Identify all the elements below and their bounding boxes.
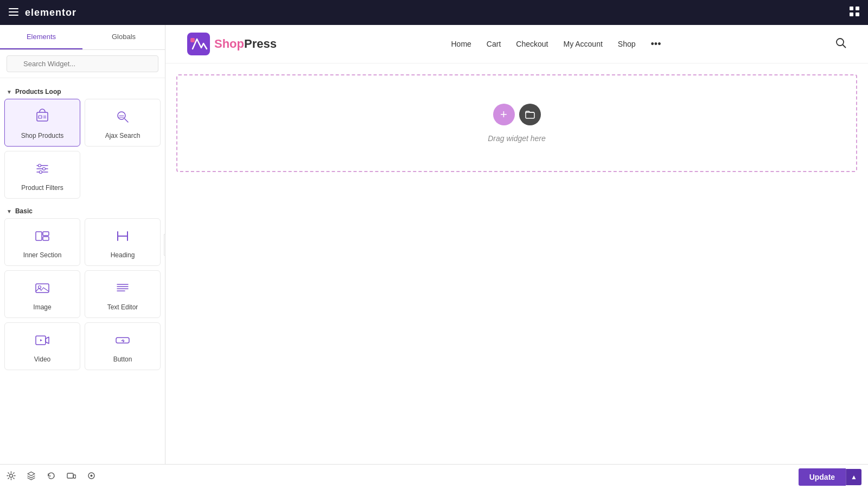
heading-label: Heading	[111, 251, 135, 259]
widget-text-editor[interactable]: Text Editor	[85, 270, 161, 318]
logo-press: Press	[244, 37, 277, 50]
search-input[interactable]	[7, 55, 158, 72]
sidebar: Elements Globals ▼ Products Loop	[0, 25, 165, 464]
widget-heading[interactable]: Heading	[85, 218, 161, 266]
video-icon	[34, 332, 51, 351]
nav-my-account[interactable]: My Account	[563, 40, 602, 48]
section-products-loop[interactable]: ▼ Products Loop	[4, 84, 161, 99]
svg-rect-2	[9, 15, 18, 16]
widget-image[interactable]: Image	[4, 270, 80, 318]
shop-products-label: Shop Products	[21, 132, 64, 139]
svg-rect-35	[190, 38, 195, 42]
svg-point-20	[39, 164, 41, 167]
inner-section-icon	[34, 227, 51, 247]
svg-line-37	[843, 45, 846, 47]
svg-rect-40	[67, 473, 73, 478]
app-title: elementor	[25, 7, 76, 18]
shop-products-icon	[34, 108, 51, 128]
tab-globals[interactable]: Globals	[82, 25, 165, 49]
widget-video[interactable]: Video	[4, 322, 80, 370]
search-box	[0, 50, 165, 78]
nav-shop[interactable]: Shop	[618, 40, 636, 48]
svg-point-22	[40, 171, 42, 174]
drop-zone[interactable]: + Drag widget here	[176, 74, 857, 172]
preview-icon[interactable]	[87, 471, 96, 482]
grid-icon[interactable]	[850, 7, 859, 18]
svg-rect-38	[526, 112, 534, 118]
widget-inner-section[interactable]: Inner Section	[4, 218, 80, 266]
svg-rect-24	[43, 232, 49, 236]
bottom-bar-left	[7, 471, 96, 482]
header-search-icon[interactable]	[835, 37, 846, 51]
button-label: Button	[113, 355, 132, 363]
drop-buttons: +	[493, 104, 541, 125]
hamburger-icon[interactable]	[9, 7, 18, 18]
history-icon[interactable]	[47, 471, 56, 482]
settings-icon[interactable]	[7, 471, 16, 482]
responsive-icon[interactable]	[67, 471, 76, 482]
image-icon	[34, 280, 51, 299]
nav-more-dots[interactable]: •••	[651, 39, 661, 50]
product-filters-icon	[34, 160, 51, 180]
section-basic[interactable]: ▼ Basic	[4, 203, 161, 218]
basic-grid: Inner Section Heading	[4, 218, 161, 370]
nav-cart[interactable]: Cart	[487, 40, 501, 48]
svg-rect-10	[39, 116, 42, 118]
section-basic-label: Basic	[15, 207, 33, 215]
video-label: Video	[34, 355, 50, 363]
text-editor-icon	[114, 280, 131, 299]
logo-icon	[187, 33, 210, 55]
widget-button[interactable]: Button	[85, 322, 161, 370]
layers-icon[interactable]	[27, 471, 36, 482]
section-products-loop-label: Products Loop	[15, 88, 61, 96]
svg-rect-5	[850, 12, 853, 16]
ajax-search-icon	[114, 108, 131, 128]
tab-elements[interactable]: Elements	[0, 25, 82, 49]
update-button[interactable]: Update	[799, 468, 846, 486]
add-widget-button[interactable]: +	[493, 104, 515, 125]
product-filters-label: Product Filters	[21, 184, 63, 192]
widget-ajax-search[interactable]: Ajax Search	[85, 99, 161, 147]
nav-checkout[interactable]: Checkout	[516, 40, 548, 48]
image-label: Image	[33, 303, 51, 311]
chevron-down-icon: ▼	[7, 89, 12, 95]
widget-product-filters[interactable]: Product Filters	[4, 151, 80, 199]
canvas-area: ShopPress Home Cart Checkout My Account …	[165, 25, 868, 464]
logo-text: ShopPress	[214, 37, 277, 51]
heading-icon	[114, 227, 131, 247]
basic-chevron-icon: ▼	[7, 208, 12, 214]
sidebar-content: ▼ Products Loop Shop Produ	[0, 78, 165, 464]
svg-rect-4	[856, 7, 859, 10]
site-logo: ShopPress	[187, 33, 277, 55]
inner-section-label: Inner Section	[23, 251, 62, 259]
svg-rect-3	[850, 7, 853, 10]
text-editor-label: Text Editor	[107, 303, 138, 311]
svg-rect-6	[856, 12, 859, 16]
bottom-bar: Update ▲	[0, 464, 868, 489]
svg-rect-41	[74, 475, 76, 478]
svg-rect-25	[43, 237, 49, 240]
products-loop-grid: Shop Products Ajax Search	[4, 99, 161, 199]
svg-rect-23	[36, 232, 42, 240]
site-header: ShopPress Home Cart Checkout My Account …	[165, 25, 868, 63]
template-folder-button[interactable]	[519, 104, 541, 125]
svg-point-39	[10, 474, 13, 478]
svg-rect-34	[187, 33, 210, 55]
top-bar: elementor	[0, 0, 868, 25]
svg-point-27	[39, 286, 41, 289]
update-chevron-button[interactable]: ▲	[846, 469, 861, 485]
main-layout: Elements Globals ▼ Products Loop	[0, 25, 868, 464]
nav-home[interactable]: Home	[451, 40, 471, 48]
widget-shop-products[interactable]: Shop Products	[4, 99, 80, 147]
svg-point-43	[91, 475, 93, 477]
svg-rect-0	[9, 8, 18, 9]
drop-zone-text: Drag widget here	[488, 134, 546, 143]
svg-line-14	[125, 119, 128, 122]
button-icon	[114, 332, 131, 351]
drop-zone-wrapper: + Drag widget here	[165, 63, 868, 183]
search-wrapper	[7, 55, 158, 72]
svg-rect-26	[36, 284, 49, 293]
svg-point-21	[43, 168, 46, 170]
sidebar-tabs: Elements Globals	[0, 25, 165, 50]
website-preview: ShopPress Home Cart Checkout My Account …	[165, 25, 868, 464]
